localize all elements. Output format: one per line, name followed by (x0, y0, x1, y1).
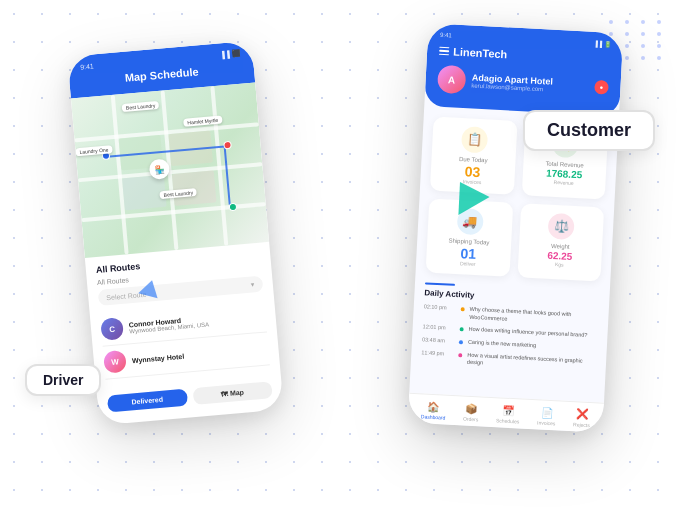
activity-time-1: 02:10 pm (423, 303, 455, 311)
delivered-button[interactable]: Delivered (106, 389, 187, 413)
map-icon: 🗺 (220, 390, 228, 398)
map-area: Best Laundry Laundry One Best Laundry 🏪 … (70, 82, 268, 258)
nav-invoices[interactable]: 📄 Invoices (536, 406, 555, 426)
activity-item-4: 11:49 pm How a visual artist redefines s… (420, 349, 596, 374)
bottom-nav: 🏠 Dashboard 📦 Orders 📅 Schedules 📄 Invoi… (407, 393, 603, 433)
map-label-1: Best Laundry (121, 101, 159, 112)
activity-time-2: 12:01 pm (422, 324, 454, 332)
driver-routes: All Routes All Routes Select Route ▾ C C… (84, 242, 280, 389)
hamburger-menu[interactable] (438, 47, 448, 56)
activity-text-3: Caring is the new marketing (467, 339, 535, 350)
activity-dot-2 (459, 328, 463, 332)
orders-icon: 📦 (464, 403, 477, 415)
all-routes-label: All Routes (96, 276, 128, 286)
due-today-icon: 📋 (460, 126, 487, 153)
rejects-icon: ❌ (575, 408, 588, 420)
scene: Customer Driver 9:41 ▐▐ ⬛ ← Map Schedule (0, 0, 685, 516)
activity-time-4: 11:49 pm (421, 349, 453, 357)
activity-dot-1 (460, 307, 464, 311)
activity-time-3: 03:48 am (421, 336, 453, 344)
schedules-icon: 📅 (501, 405, 514, 417)
driver-label: Driver (25, 364, 101, 396)
phone-right: 9:41 ▐▐ 🔋 LinenTech A Adagio Apart Hotel… (407, 23, 623, 433)
activity-dot-4 (458, 353, 462, 357)
route-avatar-2: W (103, 350, 127, 374)
invoices-label: Invoices (536, 419, 555, 426)
left-status-icons: ▐▐ ⬛ (219, 50, 240, 60)
dashboard-label: Dashboard (420, 413, 445, 420)
customer-label: Customer (523, 110, 655, 151)
stat-shipping: 🚚 Shipping Today 01 Deliver (425, 198, 512, 276)
activity-text-4: How a visual artist redefines success in… (466, 351, 596, 373)
notification-badge[interactable]: ● (594, 80, 609, 95)
route-avatar-1: C (100, 317, 124, 341)
stat-weight: ⚖️ Weight 62.25 Kgs (516, 203, 603, 281)
chevron-down-icon: ▾ (250, 280, 255, 288)
orders-label: Orders (462, 416, 478, 423)
hotel-info: Adagio Apart Hotel kerul.lawson@sample.c… (471, 73, 553, 93)
brand-name: LinenTech (452, 46, 507, 61)
weight-icon: ⚖️ (547, 213, 574, 240)
dashboard-icon: 🏠 (427, 401, 440, 413)
right-status-time: 9:41 (439, 32, 451, 40)
rejects-label: Rejects (573, 421, 590, 428)
route-name-2: Wynnstay Hotel (131, 345, 268, 364)
right-status-icons: ▐▐ 🔋 (593, 40, 611, 48)
invoices-icon: 📄 (540, 407, 553, 419)
nav-rejects[interactable]: ❌ Rejects (573, 408, 591, 428)
nav-schedules[interactable]: 📅 Schedules (495, 404, 519, 424)
driver-pill-text: Driver (25, 364, 101, 396)
nav-dashboard[interactable]: 🏠 Dashboard (420, 400, 445, 420)
hotel-row: A Adagio Apart Hotel kerul.lawson@sample… (436, 65, 608, 102)
route-info-2: Wynnstay Hotel (131, 345, 268, 364)
phones-wrapper: 9:41 ▐▐ ⬛ ← Map Schedule (113, 28, 573, 488)
left-status-time: 9:41 (79, 63, 93, 72)
map-button[interactable]: 🗺 Map (192, 381, 273, 405)
schedules-label: Schedules (495, 417, 519, 424)
brand-row: LinenTech (438, 45, 609, 66)
hotel-avatar: A (436, 65, 465, 94)
route-info-1: Connor Howard Wynwood Beach, Miami, USA (128, 309, 266, 334)
daily-activity: Daily Activity 02:10 pm Why choose a the… (410, 282, 610, 385)
activity-text-2: How does writing influence your personal… (468, 326, 587, 340)
divider-line (424, 282, 454, 286)
activity-text-1: Why choose a theme that looks good with … (469, 306, 599, 328)
customer-pill-text: Customer (523, 110, 655, 151)
activity-dot-3 (458, 340, 462, 344)
right-phone-header: 9:41 ▐▐ 🔋 LinenTech A Adagio Apart Hotel… (424, 23, 623, 116)
nav-orders[interactable]: 📦 Orders (462, 403, 478, 423)
